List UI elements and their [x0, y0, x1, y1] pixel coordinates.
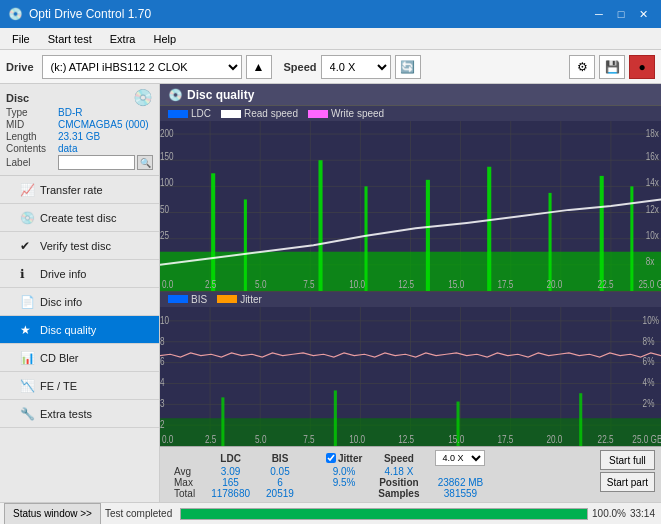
toolbar: Drive (k:) ATAPI iHBS112 2 CLOK ▲ Speed …: [0, 50, 661, 84]
status-window-button[interactable]: Status window >>: [4, 503, 101, 525]
disc-info-section: Disc 💿 Type BD-R MID CMCMAGBA5 (000) Len…: [0, 84, 159, 176]
max-position-label: Position: [370, 477, 427, 488]
nav-fe-te-label: FE / TE: [40, 380, 77, 392]
svg-text:14x: 14x: [646, 177, 659, 188]
verify-test-disc-icon: ✔: [20, 239, 34, 253]
left-panel: Disc 💿 Type BD-R MID CMCMAGBA5 (000) Len…: [0, 84, 160, 502]
legend-ldc: LDC: [168, 108, 211, 119]
eject-button[interactable]: ▲: [246, 55, 272, 79]
progress-pct: 100.0%: [592, 508, 630, 519]
chart-title: Disc quality: [187, 88, 254, 102]
svg-text:15.0: 15.0: [448, 279, 464, 290]
svg-text:7.5: 7.5: [303, 279, 314, 290]
start-full-button[interactable]: Start full: [600, 450, 655, 470]
svg-rect-24: [600, 176, 604, 291]
disc-quality-icon: ★: [20, 323, 34, 337]
disc-label-confirm-button[interactable]: 🔍: [137, 155, 153, 170]
nav-verify-test-disc-label: Verify test disc: [40, 240, 111, 252]
svg-rect-18: [244, 199, 247, 291]
max-gap: [302, 477, 318, 488]
stats-speed-select[interactable]: 4.0 X: [435, 450, 485, 466]
svg-text:15.0: 15.0: [448, 433, 464, 446]
maximize-button[interactable]: □: [611, 5, 631, 23]
svg-text:10x: 10x: [646, 230, 659, 241]
svg-text:12.5: 12.5: [398, 433, 414, 446]
disc-label-row: Label 🔍: [6, 155, 153, 170]
nav-transfer-rate-label: Transfer rate: [40, 184, 103, 196]
avg-speed-gap: [427, 466, 493, 477]
avg-label: Avg: [166, 466, 203, 477]
svg-text:18x: 18x: [646, 128, 659, 139]
disc-length-row: Length 23.31 GB: [6, 131, 153, 142]
svg-text:10.0: 10.0: [349, 279, 365, 290]
speed-select[interactable]: 4.0 X 2.0 X 8.0 X: [321, 55, 391, 79]
disc-mid-value: CMCMAGBA5 (000): [58, 119, 149, 130]
bis-chart-svg: 10% 8% 6% 4% 2% 10 8 6 4 3 2 0.0 2.5 5.0…: [160, 307, 661, 446]
legend-bottom: BIS Jitter: [160, 292, 661, 307]
svg-rect-65: [221, 397, 224, 446]
color-button[interactable]: ●: [629, 55, 655, 79]
nav-fe-te[interactable]: 📉 FE / TE: [0, 372, 159, 400]
menu-file[interactable]: File: [4, 29, 38, 49]
svg-rect-66: [334, 390, 337, 446]
svg-text:200: 200: [160, 128, 174, 139]
svg-text:10%: 10%: [643, 313, 660, 326]
disc-contents-label: Contents: [6, 143, 58, 154]
stats-header-gap: [302, 450, 318, 466]
minimize-button[interactable]: ─: [589, 5, 609, 23]
progress-bar-inner: [181, 509, 587, 519]
disc-mid-row: MID CMCMAGBA5 (000): [6, 119, 153, 130]
svg-text:100: 100: [160, 177, 174, 188]
svg-text:2%: 2%: [643, 397, 655, 410]
svg-text:22.5: 22.5: [598, 279, 614, 290]
legend-top: LDC Read speed Write speed: [160, 106, 661, 121]
refresh-button[interactable]: 🔄: [395, 55, 421, 79]
svg-rect-21: [426, 180, 430, 291]
jitter-checkbox[interactable]: [326, 453, 336, 463]
menu-extra[interactable]: Extra: [102, 29, 144, 49]
nav-create-test-disc-label: Create test disc: [40, 212, 116, 224]
right-panel: 💿 Disc quality LDC Read speed Write spee…: [160, 84, 661, 502]
write-label: Write speed: [331, 108, 384, 119]
nav-transfer-rate[interactable]: 📈 Transfer rate: [0, 176, 159, 204]
svg-text:4: 4: [160, 376, 165, 389]
svg-text:4%: 4%: [643, 376, 655, 389]
nav-disc-quality[interactable]: ★ Disc quality: [0, 316, 159, 344]
nav-create-test-disc[interactable]: 💿 Create test disc: [0, 204, 159, 232]
chart-header: 💿 Disc quality: [160, 84, 661, 106]
nav-cd-bler-label: CD Bler: [40, 352, 79, 364]
nav-disc-info[interactable]: 📄 Disc info: [0, 288, 159, 316]
jitter-color: [217, 295, 237, 303]
start-part-button[interactable]: Start part: [600, 472, 655, 492]
drive-label: Drive: [6, 61, 34, 73]
disc-label-input[interactable]: [58, 155, 135, 170]
ldc-chart-svg: 18x 16x 14x 12x 10x 8x 200 150 100 50 25…: [160, 121, 661, 291]
svg-text:25.0 GB: 25.0 GB: [632, 433, 661, 446]
svg-text:6: 6: [160, 355, 165, 368]
nav-verify-test-disc[interactable]: ✔ Verify test disc: [0, 232, 159, 260]
svg-text:25.0 GB: 25.0 GB: [639, 279, 661, 290]
disc-info-icon: 📄: [20, 295, 34, 309]
menu-help[interactable]: Help: [145, 29, 184, 49]
ldc-chart: 18x 16x 14x 12x 10x 8x 200 150 100 50 25…: [160, 121, 661, 292]
svg-text:8: 8: [160, 334, 165, 347]
action-buttons: Start full Start part: [600, 450, 655, 492]
total-gap: [302, 488, 318, 499]
stats-section: LDC BIS Jitter Speed 4.0 X: [160, 446, 661, 502]
nav-drive-info[interactable]: ℹ Drive info: [0, 260, 159, 288]
close-button[interactable]: ✕: [633, 5, 653, 23]
stats-header-jitter: Jitter: [318, 450, 370, 466]
nav-cd-bler[interactable]: 📊 CD Bler: [0, 344, 159, 372]
svg-text:17.5: 17.5: [497, 433, 513, 446]
avg-ldc: 3.09: [203, 466, 258, 477]
drive-select[interactable]: (k:) ATAPI iHBS112 2 CLOK: [42, 55, 242, 79]
nav-extra-tests[interactable]: 🔧 Extra tests: [0, 400, 159, 428]
disc-type-label: Type: [6, 107, 58, 118]
save-button[interactable]: 💾: [599, 55, 625, 79]
menubar: File Start test Extra Help: [0, 28, 661, 50]
titlebar-controls: ─ □ ✕: [589, 5, 653, 23]
menu-start-test[interactable]: Start test: [40, 29, 100, 49]
stats-max-row: Max 165 6 9.5% Position 23862 MB: [166, 477, 493, 488]
avg-bis: 0.05: [258, 466, 302, 477]
settings-button[interactable]: ⚙: [569, 55, 595, 79]
